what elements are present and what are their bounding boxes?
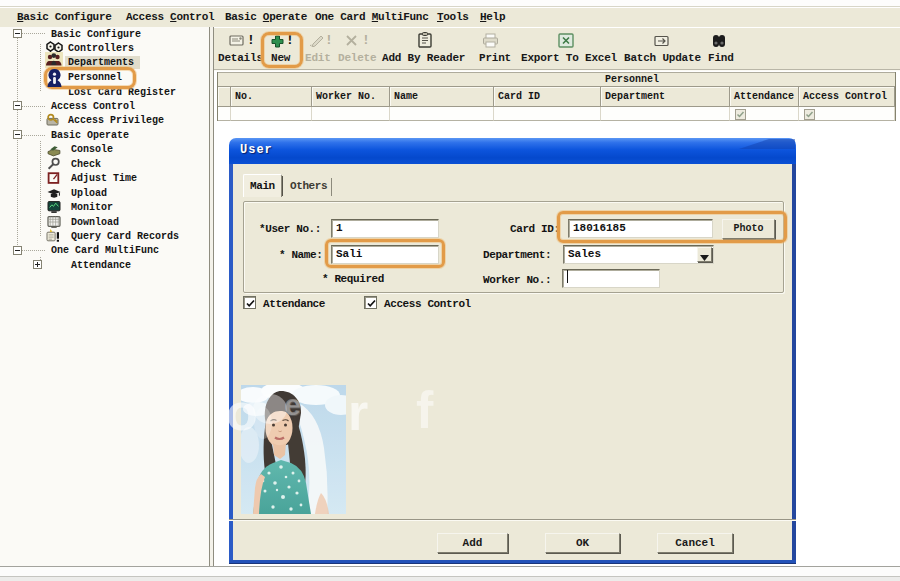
svg-text:e: e <box>284 388 301 421</box>
